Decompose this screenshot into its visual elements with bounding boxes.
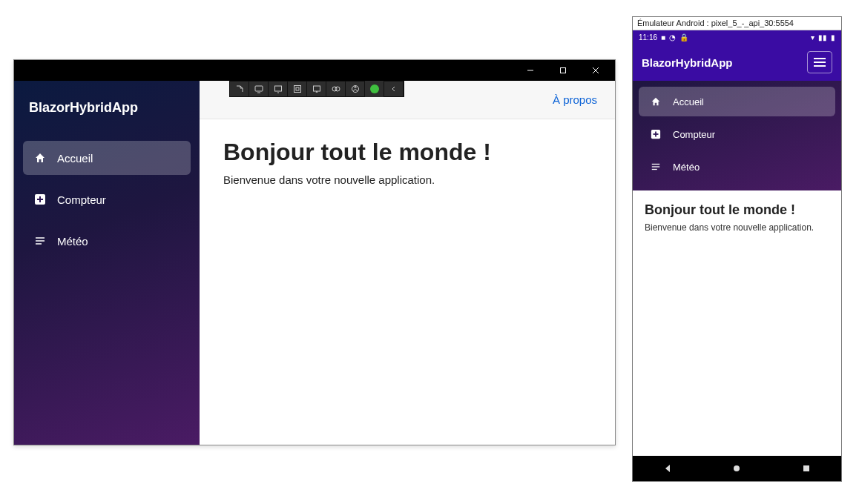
svg-rect-31 bbox=[803, 465, 809, 471]
plus-icon bbox=[33, 193, 47, 206]
mobile-nav: Accueil Compteur Météo bbox=[633, 81, 841, 190]
hamburger-button[interactable] bbox=[807, 51, 832, 73]
svg-point-18 bbox=[335, 87, 340, 91]
topbar: À propos bbox=[200, 81, 615, 119]
sidebar-item-compteur[interactable]: Compteur bbox=[639, 119, 835, 149]
svg-rect-15 bbox=[296, 87, 299, 90]
mobile-header: BlazorHybridApp Accueil Compteur bbox=[633, 44, 841, 190]
app-title: BlazorHybridApp bbox=[642, 56, 733, 69]
plus-icon bbox=[649, 127, 662, 141]
dev-tool-icon[interactable] bbox=[230, 81, 249, 97]
battery-icon: ▮ bbox=[831, 33, 835, 42]
emulator-window: Émulateur Android : pixel_5_-_api_30:555… bbox=[632, 16, 842, 482]
home-icon bbox=[33, 151, 47, 165]
dev-tool-icon[interactable] bbox=[346, 81, 365, 97]
dev-tool-icon[interactable] bbox=[307, 81, 326, 97]
about-link[interactable]: À propos bbox=[553, 93, 597, 106]
svg-rect-14 bbox=[294, 86, 300, 93]
android-statusbar: 11:16 ■ ◔ 🔒 ▾ ▮▮ ▮ bbox=[633, 30, 841, 44]
dev-tool-status-ok-icon[interactable] bbox=[365, 81, 384, 97]
sidebar-item-label: Accueil bbox=[57, 152, 93, 165]
signal-icon: ▮▮ bbox=[818, 33, 827, 42]
app-title: BlazorHybridApp bbox=[23, 90, 191, 141]
close-button[interactable] bbox=[579, 60, 612, 81]
window-titlebar bbox=[14, 60, 615, 81]
status-time: 11:16 bbox=[639, 33, 657, 42]
dev-tool-icon[interactable] bbox=[269, 81, 288, 97]
page-heading: Bonjour tout le monde ! bbox=[645, 202, 829, 218]
page-heading: Bonjour tout le monde ! bbox=[223, 139, 591, 166]
list-icon bbox=[33, 234, 47, 248]
recents-button[interactable] bbox=[800, 462, 813, 475]
sidebar-item-meteo[interactable]: Météo bbox=[23, 224, 191, 258]
maximize-button[interactable] bbox=[547, 60, 579, 81]
svg-rect-1 bbox=[561, 68, 566, 73]
page-subheading: Bienvenue dans votre nouvelle applicatio… bbox=[645, 222, 829, 233]
dev-tool-icon[interactable] bbox=[326, 81, 346, 97]
dev-toolbar bbox=[229, 81, 404, 97]
desktop-window: BlazorHybridApp Accueil Compteur Météo bbox=[13, 59, 616, 445]
sidebar-item-accueil[interactable]: Accueil bbox=[639, 87, 835, 116]
sidebar-item-meteo[interactable]: Météo bbox=[639, 152, 835, 182]
status-icon: 🔒 bbox=[679, 33, 688, 42]
sidebar-item-label: Compteur bbox=[673, 129, 715, 140]
home-icon bbox=[649, 95, 662, 108]
sidebar-item-label: Accueil bbox=[673, 96, 704, 107]
mobile-content: Bonjour tout le monde ! Bienvenue dans v… bbox=[633, 190, 841, 456]
svg-point-19 bbox=[352, 86, 358, 93]
svg-rect-10 bbox=[255, 86, 263, 91]
sidebar-item-accueil[interactable]: Accueil bbox=[23, 141, 191, 175]
minimize-button[interactable] bbox=[514, 60, 547, 81]
dev-tool-icon[interactable] bbox=[249, 81, 269, 97]
sidebar-item-label: Météo bbox=[57, 235, 88, 248]
svg-point-30 bbox=[734, 465, 740, 471]
sidebar-item-compteur[interactable]: Compteur bbox=[23, 182, 191, 216]
android-navbar bbox=[633, 456, 841, 481]
sidebar-item-label: Compteur bbox=[57, 193, 106, 206]
sidebar: BlazorHybridApp Accueil Compteur Météo bbox=[14, 81, 200, 445]
back-button[interactable] bbox=[661, 462, 674, 475]
home-button[interactable] bbox=[730, 462, 743, 475]
status-icon: ◔ bbox=[669, 33, 676, 42]
svg-point-20 bbox=[354, 86, 355, 87]
list-icon bbox=[649, 160, 662, 173]
content-area: À propos Bonjour tout le monde ! Bienven… bbox=[200, 81, 615, 445]
wifi-icon: ▾ bbox=[811, 33, 814, 42]
status-icon: ■ bbox=[661, 33, 665, 42]
emulator-titlebar: Émulateur Android : pixel_5_-_api_30:555… bbox=[633, 17, 841, 30]
svg-rect-12 bbox=[274, 86, 281, 91]
dev-tool-collapse-icon[interactable] bbox=[384, 81, 404, 97]
dev-tool-icon[interactable] bbox=[288, 81, 307, 97]
sidebar-item-label: Météo bbox=[673, 162, 700, 173]
page-subheading: Bienvenue dans votre nouvelle applicatio… bbox=[223, 173, 591, 186]
